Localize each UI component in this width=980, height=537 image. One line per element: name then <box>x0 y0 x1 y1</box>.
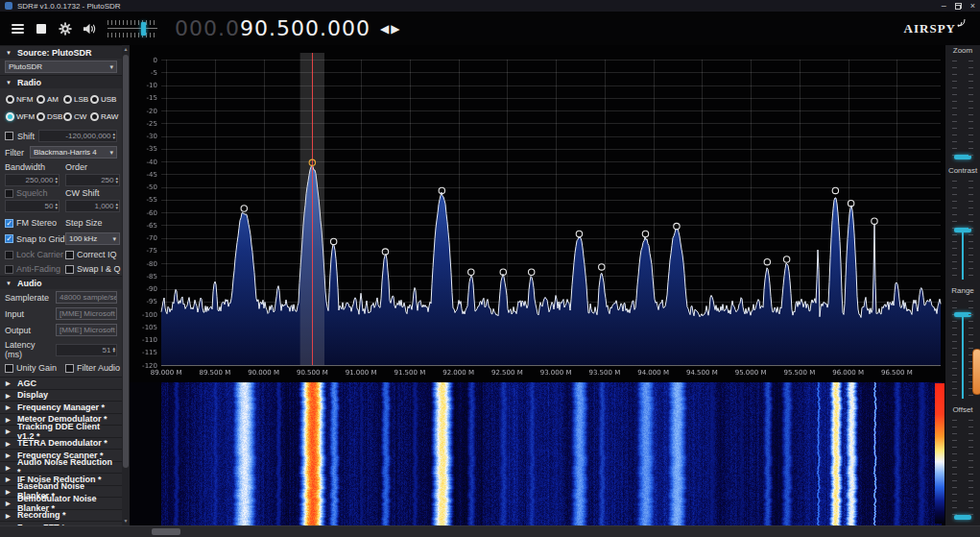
stop-button[interactable] <box>32 19 51 38</box>
spinner-icon[interactable]: ▴▾ <box>115 203 118 209</box>
section-header-agc[interactable]: ▶AGC <box>0 377 122 389</box>
scroll-down-icon[interactable]: ▼ <box>122 517 130 525</box>
section-header-tetra-demodulator[interactable]: ▶TETRA Demodulator * <box>0 437 122 450</box>
maximize-button[interactable] <box>955 3 962 10</box>
sidebar-scrollbar[interactable]: ▲ ▼ <box>122 45 130 525</box>
anti-fading-checkbox[interactable] <box>5 265 13 274</box>
volume-slider[interactable] <box>108 19 157 38</box>
gear-icon <box>59 22 72 36</box>
filter-audio-checkbox[interactable] <box>65 364 74 373</box>
mode-label: NFM <box>16 95 33 104</box>
mode-option-nfm[interactable]: NFM <box>6 95 36 104</box>
section-header-display[interactable]: ▶Display <box>0 389 122 402</box>
sidebar: ▼ Source: PlutoSDR PlutoSDR ▾ ▼ Radio NF… <box>0 45 130 525</box>
order-input[interactable]: 250 ▴▾ <box>65 174 120 186</box>
mode-label: AM <box>47 95 59 104</box>
volume-ticks <box>108 20 157 25</box>
mode-option-cw[interactable]: CW <box>63 112 90 121</box>
spectrum-display[interactable] <box>130 45 945 382</box>
mode-option-am[interactable]: AM <box>36 95 63 104</box>
bandwidth-input[interactable]: 250,000 ▴▾ <box>5 174 60 186</box>
slider-track[interactable] <box>951 299 974 402</box>
collapse-arrow-icon: ▶ <box>6 500 12 506</box>
bottom-scrollbar-thumb[interactable] <box>152 528 180 535</box>
shift-checkbox[interactable] <box>5 132 13 140</box>
section-header-audio[interactable]: ▼ Audio <box>0 276 122 289</box>
slider-thumb[interactable] <box>954 312 971 317</box>
spinner-icon[interactable]: ▴▾ <box>55 203 58 209</box>
volume-thumb[interactable] <box>141 22 146 36</box>
latency-input[interactable]: 51 ▴▾ <box>56 344 117 356</box>
section-header-frequency-manager[interactable]: ▶Frequency Manager * <box>0 401 122 413</box>
display-control-panel: ZoomContrastRangeOffset <box>945 45 980 525</box>
radio-button-icon[interactable] <box>6 112 14 121</box>
tune-down-arrow[interactable]: ◀ <box>380 22 390 36</box>
mode-option-raw[interactable]: RAW <box>90 112 119 121</box>
scroll-up-icon[interactable]: ▲ <box>122 45 130 54</box>
spinner-icon[interactable]: ▴▾ <box>112 133 115 139</box>
collapse-arrow-icon: ▶ <box>6 488 12 495</box>
radio-button-icon[interactable] <box>63 95 72 104</box>
mode-option-lsb[interactable]: LSB <box>63 95 90 104</box>
slider-thumb[interactable] <box>954 155 971 159</box>
frequency-display[interactable]: 000.0 90.500.000 <box>175 16 370 40</box>
step-size-select[interactable]: 100 kHz ▾ <box>65 232 120 245</box>
close-button[interactable]: × <box>970 2 975 11</box>
radio-button-icon[interactable] <box>36 95 45 104</box>
unity-gain-checkbox[interactable] <box>5 364 13 373</box>
spinner-icon[interactable]: ▴▾ <box>115 177 118 183</box>
menu-button[interactable] <box>8 19 27 38</box>
zoom-slider[interactable]: Zoom <box>945 46 980 166</box>
offset-slider[interactable]: Offset <box>945 405 980 525</box>
mode-option-wfm[interactable]: WFM <box>6 112 36 121</box>
slider-track[interactable] <box>951 59 974 161</box>
slider-track[interactable] <box>951 418 974 521</box>
mode-option-dsb[interactable]: DSB <box>36 112 63 121</box>
lock-carrier-checkbox[interactable] <box>5 251 13 259</box>
fm-stereo-checkbox[interactable]: ✓ <box>5 219 13 228</box>
bottom-scrollbar[interactable] <box>0 525 980 537</box>
radio-button-icon[interactable] <box>63 112 72 121</box>
section-header-radio[interactable]: ▼ Radio <box>0 75 122 88</box>
squelch-input[interactable]: 50 ▴▾ <box>5 200 60 212</box>
snap-to-grid-checkbox[interactable]: ✓ <box>5 234 13 243</box>
slider-thumb[interactable] <box>954 515 971 520</box>
slider-track[interactable] <box>951 179 974 281</box>
section-header-audio-noise-reduction[interactable]: ▶Audio Noise Reduction * <box>0 461 122 474</box>
section-header-tracking-dde-client-v1-2[interactable]: ▶Tracking DDE Client v1.2 * <box>0 425 122 437</box>
radio-button-icon[interactable] <box>36 112 45 121</box>
shift-input[interactable]: -120,000,000 ▴▾ <box>38 130 117 142</box>
radio-button-icon[interactable] <box>90 95 99 104</box>
scrollbar-thumb[interactable] <box>123 55 129 468</box>
audio-mute-button[interactable] <box>80 19 99 38</box>
settings-button[interactable] <box>56 19 75 38</box>
squelch-checkbox[interactable] <box>5 189 13 198</box>
collapse-arrow-icon: ▼ <box>6 80 12 85</box>
contrast-slider[interactable]: Contrast <box>945 166 980 286</box>
audio-input-select[interactable]: [MME] Microsoft 声 ▾ <box>56 307 117 320</box>
radio-button-icon[interactable] <box>90 112 99 121</box>
spinner-icon[interactable]: ▴▾ <box>55 177 58 183</box>
radio-button-icon[interactable] <box>6 95 14 104</box>
collapse-arrow-icon: ▶ <box>6 464 12 471</box>
cw-shift-input[interactable]: 1,000 ▴▾ <box>65 200 120 212</box>
waterfall-gradient-legend <box>935 383 944 524</box>
section-header-source[interactable]: ▼ Source: PlutoSDR <box>0 45 122 59</box>
section-header-demodulator-noise-blanker[interactable]: ▶Demodulator Noise Blanker * <box>0 497 122 509</box>
source-select[interactable]: PlutoSDR ▾ <box>5 61 117 73</box>
audio-output-select[interactable]: [MME] Microsoft 声 ▾ <box>56 324 117 336</box>
app-icon <box>5 2 12 10</box>
minimize-button[interactable]: – <box>942 2 946 11</box>
filter-select[interactable]: Blackman-Harris 4 ▾ <box>30 146 117 159</box>
slider-label: Contrast <box>948 166 977 177</box>
correct-iq-checkbox[interactable] <box>65 251 74 259</box>
samplerate-select[interactable]: 48000 sample/sec ▾ <box>56 291 117 304</box>
slider-thumb[interactable] <box>954 228 971 232</box>
collapse-arrow-icon: ▶ <box>6 427 12 434</box>
swap-iq-checkbox[interactable] <box>65 265 74 274</box>
spinner-icon[interactable]: ▴▾ <box>112 347 115 354</box>
mode-option-usb[interactable]: USB <box>90 95 119 104</box>
tune-up-arrow[interactable]: ▶ <box>391 22 400 36</box>
sdrsharp-window: SDR# v1.0.0.1732 - PlutoSDR – × <box>0 0 980 537</box>
waterfall-display[interactable] <box>130 382 945 525</box>
